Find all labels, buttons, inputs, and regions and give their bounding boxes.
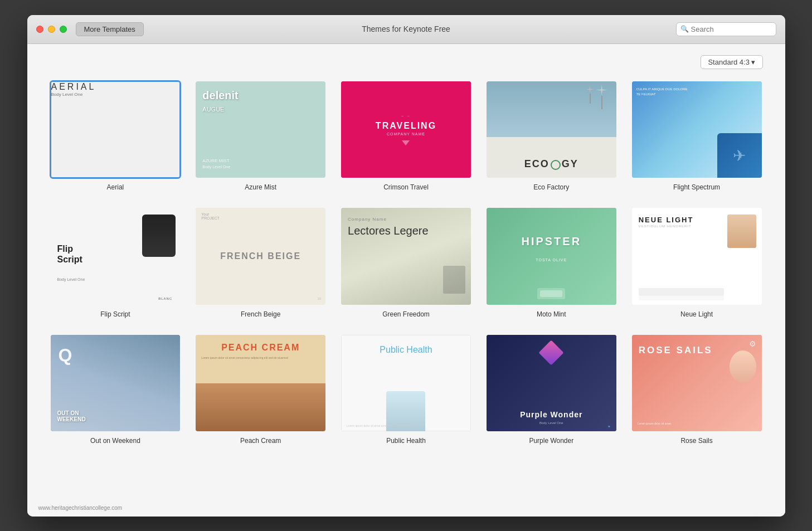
template-label-crimson-travel: Crimson Travel <box>383 183 429 191</box>
template-thumb-public-health: Public Health Lorem ipsum dolor sit amet… <box>340 334 472 433</box>
window-title: Themes for Keynote Free <box>362 25 450 33</box>
template-thumb-french-beige: YourPROJECT FRENCH BEIGE 10 <box>195 207 327 306</box>
template-item-green-freedom[interactable]: Company Name Lectores Legere Green Freed… <box>340 207 472 318</box>
toolbar: Standard 4:3 ▾ <box>50 55 763 69</box>
template-item-crimson-travel[interactable]: ~ ~ TRAVELING COMPANY NAME Crimson Trave… <box>340 80 472 192</box>
template-item-aerial[interactable]: AERIAL Body Level One Aerial <box>50 80 182 192</box>
template-label-french-beige: French Beige <box>241 310 280 318</box>
template-item-flip-script[interactable]: FlipScript Body Level One BLANCFlip Scri… <box>50 207 182 318</box>
template-item-purple-wonder[interactable]: Purple Wonder Body Level One ✦Purple Won… <box>485 334 617 445</box>
template-item-flight-spectrum[interactable]: CULPA IT ARIQUE DUE DOLORETE FEUGIAT ✈ F… <box>631 80 763 192</box>
template-label-rose-sails: Rose Sails <box>680 437 712 445</box>
template-thumb-moto-mint: HIPSTER TOSTA OLIVE <box>485 207 617 306</box>
template-thumb-azure-mist: delenitAUGUE AZURE MISTBody Level One <box>195 80 327 179</box>
template-label-neue-light: Neue Light <box>680 310 713 318</box>
search-wrapper: 🔍 <box>676 22 776 36</box>
template-thumb-neue-light: NEUE LIGHT VESTIBULUM HENDRERIT <box>631 207 763 306</box>
traffic-lights <box>36 26 67 33</box>
titlebar-right: 🔍 <box>676 22 776 36</box>
template-thumb-crimson-travel: ~ ~ TRAVELING COMPANY NAME <box>340 80 472 179</box>
search-icon: 🔍 <box>680 25 689 33</box>
template-label-eco-factory: Eco Factory <box>533 183 569 191</box>
maximize-button[interactable] <box>60 26 67 33</box>
template-label-moto-mint: Moto Mint <box>537 310 566 318</box>
template-thumb-green-freedom: Company Name Lectores Legere <box>340 207 472 306</box>
template-item-public-health[interactable]: Public Health Lorem ipsum dolor sit amet… <box>340 334 472 445</box>
template-label-peach-cream: Peach Cream <box>240 437 281 445</box>
template-item-peach-cream[interactable]: PEACH CREAM Lorem ipsum dolor sit amet c… <box>195 334 327 445</box>
minimize-button[interactable] <box>48 26 55 33</box>
template-label-public-health: Public Health <box>386 437 426 445</box>
search-input[interactable] <box>676 22 776 36</box>
standard-dropdown[interactable]: Standard 4:3 ▾ <box>701 55 762 69</box>
template-thumb-aerial: AERIAL Body Level One <box>50 80 182 179</box>
template-item-out-on-weekend[interactable]: Q OUT ONWEEKENDOut on Weekend <box>50 334 182 445</box>
template-label-flip-script: Flip Script <box>100 310 130 318</box>
template-item-french-beige[interactable]: YourPROJECT FRENCH BEIGE 10French Beige <box>195 207 327 318</box>
template-thumb-out-on-weekend: Q OUT ONWEEKEND <box>50 334 182 433</box>
titlebar: More Templates Themes for Keynote Free 🔍 <box>27 15 785 44</box>
template-item-azure-mist[interactable]: delenitAUGUE AZURE MISTBody Level OneAzu… <box>195 80 327 192</box>
template-thumb-peach-cream: PEACH CREAM Lorem ipsum dolor sit amet c… <box>195 334 327 433</box>
template-label-green-freedom: Green Freedom <box>382 310 430 318</box>
main-window: More Templates Themes for Keynote Free 🔍… <box>27 15 785 517</box>
template-item-rose-sails[interactable]: ⚙ ROSE SAILS Lorem ipsum dolor sit ametR… <box>631 334 763 445</box>
template-label-azure-mist: Azure Mist <box>245 183 276 191</box>
template-thumb-flight-spectrum: CULPA IT ARIQUE DUE DOLORETE FEUGIAT ✈ <box>631 80 763 179</box>
content-area: Standard 4:3 ▾ AERIAL Body Level One Aer… <box>27 44 785 517</box>
template-thumb-rose-sails: ⚙ ROSE SAILS Lorem ipsum dolor sit amet <box>631 334 763 433</box>
template-label-out-on-weekend: Out on Weekend <box>90 437 140 445</box>
template-item-neue-light[interactable]: NEUE LIGHT VESTIBULUM HENDRERIT Neue Lig… <box>631 207 763 318</box>
footer-url: www.heritagechristiancollege.com <box>38 505 123 511</box>
template-item-moto-mint[interactable]: HIPSTER TOSTA OLIVE Moto Mint <box>485 207 617 318</box>
close-button[interactable] <box>36 26 43 33</box>
template-label-aerial: Aerial <box>107 183 124 191</box>
template-thumb-purple-wonder: Purple Wonder Body Level One ✦ <box>485 334 617 433</box>
template-thumb-eco-factory: ECO GY <box>485 80 617 179</box>
templates-grid: AERIAL Body Level One Aerial delenitAUGU… <box>50 80 763 445</box>
back-button[interactable]: More Templates <box>76 22 144 36</box>
template-label-flight-spectrum: Flight Spectrum <box>673 183 720 191</box>
template-label-purple-wonder: Purple Wonder <box>529 437 573 445</box>
template-item-eco-factory[interactable]: ECO GY Eco Factory <box>485 80 617 192</box>
template-thumb-flip-script: FlipScript Body Level One BLANC <box>50 207 182 306</box>
